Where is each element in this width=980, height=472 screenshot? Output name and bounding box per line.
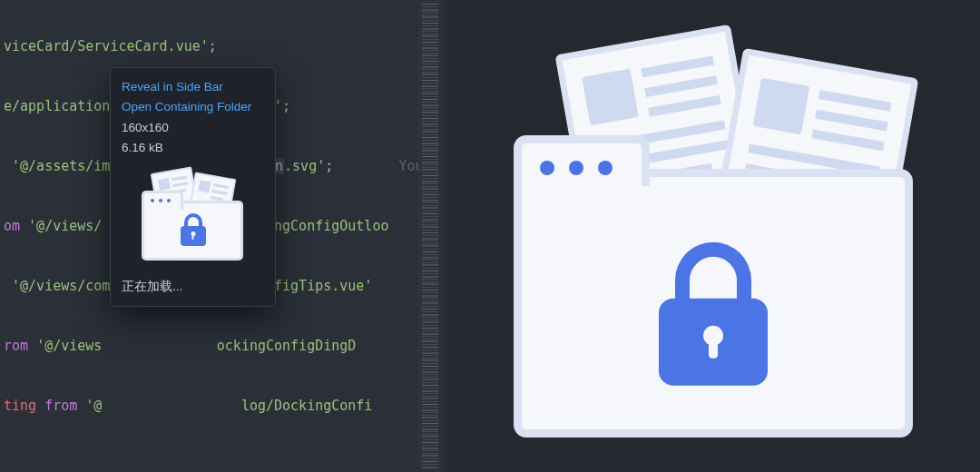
image-thumbnail <box>134 168 252 264</box>
image-preview-panel[interactable] <box>446 0 980 472</box>
locked-folder-illustration <box>477 27 949 445</box>
image-dimensions: 160x160 <box>122 119 264 137</box>
minimap[interactable] <box>418 0 442 472</box>
open-containing-folder-link[interactable]: Open Containing Folder <box>122 97 264 117</box>
lock-icon <box>178 213 209 250</box>
code-line: viceCard/ServiceCard.vue'; <box>0 36 454 56</box>
code-line: ting from '@ log/DockingConfi <box>0 396 454 416</box>
app-stage: viceCard/ServiceCard.vue'; e/application… <box>0 0 980 472</box>
lock-icon <box>650 242 777 388</box>
code-line <box>0 456 454 468</box>
loading-text: 正在加载... <box>122 279 264 295</box>
reveal-in-sidebar-link[interactable]: Reveal in Side Bar <box>122 77 264 97</box>
image-hover-popover: Reveal in Side Bar Open Containing Folde… <box>110 67 276 307</box>
folder-icon <box>514 169 913 438</box>
image-filesize: 6.16 kB <box>122 139 264 157</box>
code-line: rom '@/views ockingConfigDingD <box>0 336 454 356</box>
